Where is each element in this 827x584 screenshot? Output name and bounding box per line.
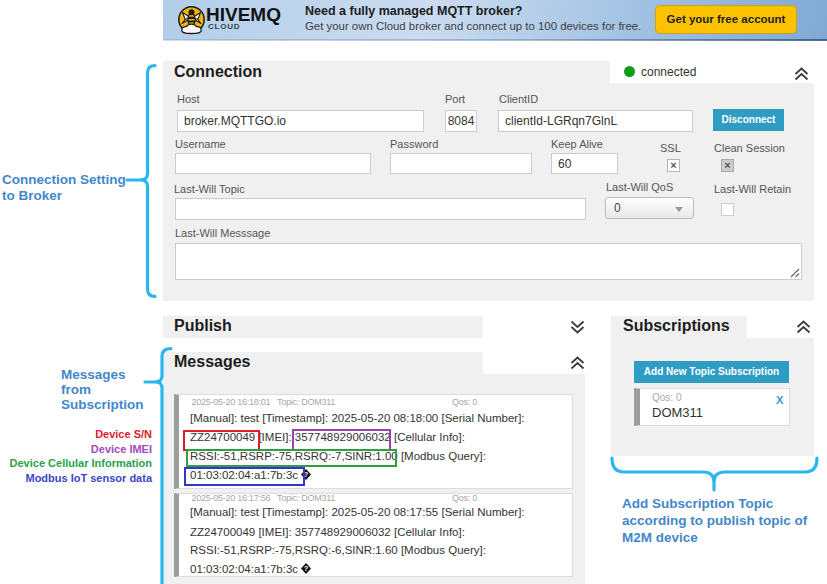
svg-text:?: ? bbox=[304, 564, 309, 573]
